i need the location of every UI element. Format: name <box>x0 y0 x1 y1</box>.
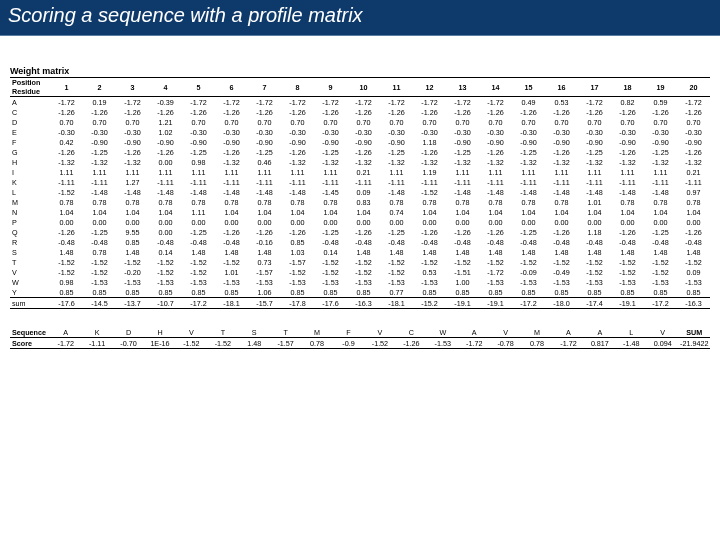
matrix-cell: 0.85 <box>281 287 314 298</box>
matrix-cell: 0.85 <box>446 287 479 298</box>
matrix-cell: -0.30 <box>116 127 149 137</box>
matrix-cell: 0.00 <box>479 217 512 227</box>
matrix-cell: 0.00 <box>413 217 446 227</box>
matrix-cell: -1.72 <box>380 97 413 108</box>
matrix-cell: 0.85 <box>116 237 149 247</box>
matrix-cell: 0.85 <box>182 287 215 298</box>
matrix-cell: 0.78 <box>644 197 677 207</box>
matrix-cell: 0.00 <box>380 217 413 227</box>
matrix-cell: 1.01 <box>215 267 248 277</box>
matrix-cell: 0.78 <box>149 197 182 207</box>
matrix-cell: -1.26 <box>50 227 83 237</box>
sum-cell: -17.4 <box>578 298 611 309</box>
matrix-cell: -1.26 <box>149 147 182 157</box>
matrix-cell: -1.53 <box>281 277 314 287</box>
matrix-cell: -1.53 <box>611 277 644 287</box>
matrix-cell: 0.74 <box>380 207 413 217</box>
matrix-cell: 0.00 <box>677 217 710 227</box>
matrix-row: D0.700.700.701.210.700.700.700.700.700.7… <box>10 117 710 127</box>
matrix-cell: 1.11 <box>215 167 248 177</box>
matrix-cell: 0.70 <box>116 117 149 127</box>
matrix-cell: -1.72 <box>116 97 149 108</box>
matrix-cell: 0.70 <box>413 117 446 127</box>
matrix-cell: -1.26 <box>50 107 83 117</box>
matrix-cell: -1.72 <box>479 97 512 108</box>
matrix-cell: -1.32 <box>314 157 347 167</box>
matrix-cell: 1.04 <box>578 207 611 217</box>
matrix-cell: 1.04 <box>50 207 83 217</box>
matrix-cell: -1.48 <box>281 187 314 197</box>
matrix-cell: 1.11 <box>149 167 182 177</box>
matrix-cell: -1.53 <box>149 277 182 287</box>
matrix-cell: 1.48 <box>347 247 380 257</box>
matrix-cell: -1.11 <box>446 177 479 187</box>
matrix-cell: -1.32 <box>611 157 644 167</box>
matrix-cell: 0.00 <box>446 217 479 227</box>
matrix-cell: 1.02 <box>149 127 182 137</box>
matrix-cell: -0.48 <box>314 237 347 247</box>
matrix-cell: -1.26 <box>644 107 677 117</box>
score-18: 0.817 <box>584 338 615 349</box>
matrix-cell: -1.26 <box>413 227 446 237</box>
pos-16: 16 <box>545 78 578 97</box>
matrix-cell: -0.30 <box>446 127 479 137</box>
matrix-cell: -1.32 <box>50 157 83 167</box>
matrix-cell: 1.48 <box>512 247 545 257</box>
matrix-cell: -0.48 <box>611 237 644 247</box>
matrix-cell: -0.48 <box>644 237 677 247</box>
matrix-cell: -0.48 <box>215 237 248 247</box>
matrix-cell: -0.48 <box>149 237 182 247</box>
matrix-cell: 1.04 <box>83 207 116 217</box>
matrix-cell: 0.59 <box>644 97 677 108</box>
matrix-cell: -1.11 <box>611 177 644 187</box>
matrix-cell: 0.98 <box>182 157 215 167</box>
sum-cell: -17.8 <box>281 298 314 309</box>
matrix-cell: -1.72 <box>182 97 215 108</box>
matrix-row: H-1.32-1.32-1.320.000.98-1.320.46-1.32-1… <box>10 157 710 167</box>
matrix-cell: -0.48 <box>50 237 83 247</box>
matrix-row: G-1.26-1.25-1.26-1.26-1.25-1.26-1.25-1.2… <box>10 147 710 157</box>
matrix-cell: -1.26 <box>578 107 611 117</box>
matrix-cell: -1.32 <box>512 157 545 167</box>
matrix-cell: -1.48 <box>380 187 413 197</box>
seq-16: M <box>521 327 552 338</box>
pos-8: 8 <box>281 78 314 97</box>
matrix-cell: 0.53 <box>545 97 578 108</box>
matrix-cell: 1.27 <box>116 177 149 187</box>
matrix-cell: -1.53 <box>677 277 710 287</box>
matrix-cell: -1.53 <box>215 277 248 287</box>
matrix-cell: -1.11 <box>512 177 545 187</box>
matrix-cell: 1.19 <box>413 167 446 177</box>
matrix-cell: -0.30 <box>644 127 677 137</box>
matrix-cell: -1.32 <box>347 157 380 167</box>
pos-6: 6 <box>215 78 248 97</box>
matrix-cell: 0.70 <box>347 117 380 127</box>
residue-label: R <box>10 237 50 247</box>
matrix-cell: -1.32 <box>677 157 710 167</box>
residue-label: P <box>10 217 50 227</box>
sum-cell: -10.7 <box>149 298 182 309</box>
matrix-cell: -0.30 <box>347 127 380 137</box>
sum-cell: -19.1 <box>479 298 512 309</box>
matrix-cell: 0.00 <box>149 227 182 237</box>
matrix-cell: -1.26 <box>512 107 545 117</box>
matrix-cell: -0.30 <box>611 127 644 137</box>
matrix-cell: -1.53 <box>512 277 545 287</box>
residue-label: L <box>10 187 50 197</box>
matrix-cell: -1.52 <box>116 257 149 267</box>
matrix-cell: -1.32 <box>215 157 248 167</box>
matrix-cell: 0.85 <box>677 287 710 298</box>
matrix-row: C-1.26-1.26-1.26-1.26-1.26-1.26-1.26-1.2… <box>10 107 710 117</box>
matrix-cell: 1.00 <box>446 277 479 287</box>
matrix-cell: -1.32 <box>116 157 149 167</box>
matrix-cell: 0.85 <box>413 287 446 298</box>
sum-cell: -14.5 <box>83 298 116 309</box>
matrix-cell: -1.25 <box>380 227 413 237</box>
matrix-cell: 1.04 <box>677 207 710 217</box>
matrix-cell: -0.90 <box>578 137 611 147</box>
matrix-cell: -1.48 <box>578 187 611 197</box>
matrix-cell: 0.70 <box>479 117 512 127</box>
matrix-cell: -0.49 <box>545 267 578 277</box>
matrix-cell: -1.32 <box>380 157 413 167</box>
matrix-cell: -1.11 <box>83 177 116 187</box>
